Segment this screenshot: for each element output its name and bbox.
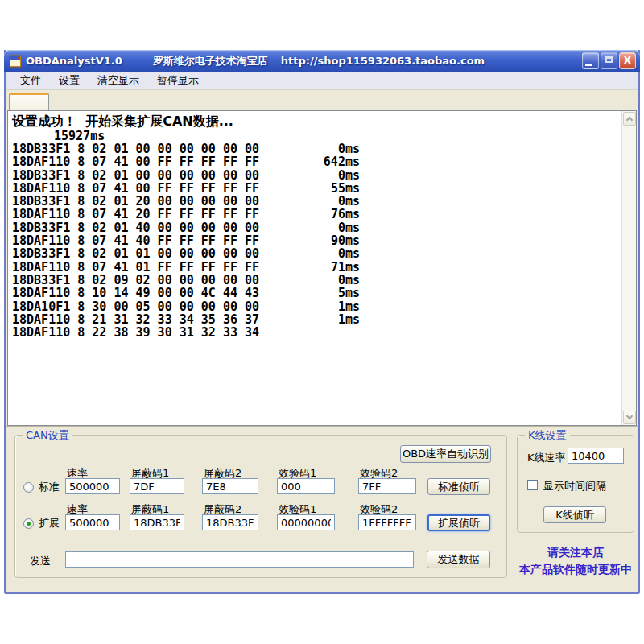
standard-rate-input[interactable] — [65, 478, 120, 494]
log-frame-row: 18DB33F1 8 02 01 40 00 00 00 00 000ms — [12, 221, 360, 234]
standard-radio-label[interactable]: 标准 — [39, 480, 60, 494]
kline-listen-button[interactable]: K线侦听 — [543, 506, 606, 523]
standard-radio[interactable]: 标准 — [23, 480, 60, 494]
close-icon: X — [624, 55, 631, 66]
extended-listen-button[interactable]: 扩展侦听 — [427, 514, 490, 531]
frame-data: 18DA10F1 8 30 00 05 00 00 00 00 00 — [12, 300, 259, 313]
maximize-icon — [605, 56, 613, 63]
log-scrollbar[interactable] — [621, 111, 636, 425]
menu-item-pause-display[interactable]: 暂停显示 — [148, 72, 208, 89]
log-content: 设置成功！ 开始采集扩展CAN数据... 15927ms 18DB33F1 8 … — [8, 111, 636, 339]
extended-mask1-input[interactable] — [130, 514, 184, 530]
log-status-line: 设置成功！ 开始采集扩展CAN数据... — [12, 114, 634, 130]
kline-settings-group: K线设置 K线速率 显示时间间隔 K线侦听 — [517, 435, 634, 533]
chevron-up-icon — [626, 117, 633, 123]
app-name: OBDAnalystV1.0 — [26, 55, 122, 67]
kline-rate-input[interactable] — [568, 448, 624, 464]
frame-time: 71ms — [331, 261, 360, 274]
radio-selected-icon[interactable] — [23, 518, 34, 529]
log-frame-row: 18DAF110 8 07 41 40 FF FF FF FF FF90ms — [12, 234, 360, 247]
send-data-button[interactable]: 发送数据 — [427, 551, 490, 568]
log-frame-row: 18DA10F1 8 30 00 05 00 00 00 00 001ms — [12, 300, 360, 313]
frame-time: 76ms — [331, 208, 360, 221]
extended-rate-input[interactable] — [65, 514, 120, 530]
log-display-area[interactable]: 设置成功！ 开始采集扩展CAN数据... 15927ms 18DB33F1 8 … — [7, 110, 637, 426]
frame-data: 18DB33F1 8 02 01 00 00 00 00 00 00 — [12, 169, 259, 182]
frame-time: 0ms — [338, 221, 360, 234]
kline-rate-label: K线速率 — [527, 451, 566, 465]
frame-data: 18DAF110 8 07 41 20 FF FF FF FF FF — [12, 208, 259, 221]
standard-check1-input[interactable] — [277, 478, 335, 494]
standard-mask1-input[interactable] — [130, 478, 184, 494]
frame-time: 90ms — [331, 234, 360, 247]
obd-rate-autodetect-button[interactable]: OBD速率自动识别 — [400, 445, 491, 463]
frame-time: 5ms — [338, 287, 360, 299]
log-frame-row: 18DAF110 8 07 41 00 FF FF FF FF FF55ms — [12, 182, 360, 195]
frame-data: 18DB33F1 8 02 01 20 00 00 00 00 00 — [12, 195, 259, 208]
frame-time: 55ms — [331, 182, 360, 195]
send-data-input[interactable] — [65, 551, 414, 568]
chevron-down-icon — [626, 413, 633, 419]
log-frame-row: 18DAF110 8 07 41 20 FF FF FF FF FF76ms — [12, 208, 360, 221]
app-window: OBDAnalystV1.0 罗斯维尔电子技术淘宝店 http://shop11… — [4, 50, 640, 594]
frame-data: 18DAF110 8 22 38 39 30 31 32 33 34 — [12, 326, 259, 339]
menu-item-settings[interactable]: 设置 — [50, 72, 89, 89]
close-button[interactable]: X — [619, 52, 636, 69]
frame-data: 18DB33F1 8 02 01 01 00 00 00 00 00 — [12, 247, 259, 260]
footer-note-2: 本产品软件随时更新中 — [514, 563, 638, 577]
standard-check2-input[interactable] — [358, 478, 416, 494]
menu-item-file[interactable]: 文件 — [11, 72, 50, 89]
show-interval-checkbox[interactable] — [527, 480, 538, 490]
window-title: OBDAnalystV1.0 罗斯维尔电子技术淘宝店 http://shop11… — [26, 54, 582, 68]
send-label: 发送 — [30, 554, 51, 568]
frame-data: 18DAF110 8 21 31 32 33 34 35 36 37 — [12, 313, 259, 326]
extended-mask2-input[interactable] — [202, 514, 258, 530]
extended-check1-input[interactable] — [277, 514, 335, 530]
menu-item-clear-display[interactable]: 清空显示 — [89, 72, 148, 89]
can-settings-group: CAN设置 OBD速率自动识别 速率 屏蔽码1 屏蔽码2 效验码1 效验码2 标… — [14, 435, 507, 578]
menu-bar: 文件 设置 清空显示 暂停显示 — [6, 72, 638, 90]
tab-strip — [6, 90, 638, 110]
extended-radio-label[interactable]: 扩展 — [39, 516, 60, 530]
frame-data: 18DAF110 8 07 41 00 FF FF FF FF FF — [12, 182, 259, 195]
frame-time: 1ms — [338, 300, 360, 313]
scrollbar-up-arrow[interactable] — [623, 112, 636, 126]
log-timestamp-line: 15927ms — [12, 130, 634, 142]
tab-log[interactable] — [9, 93, 49, 110]
maximize-button[interactable] — [601, 52, 617, 69]
extended-radio[interactable]: 扩展 — [23, 516, 60, 530]
frame-time: 0ms — [338, 195, 360, 208]
can-group-title: CAN设置 — [23, 428, 72, 443]
standard-listen-button[interactable]: 标准侦听 — [427, 478, 490, 495]
frame-data: 18DB33F1 8 02 01 40 00 00 00 00 00 — [12, 221, 259, 234]
footer-note-1: 请关注本店 — [514, 546, 638, 560]
show-interval-label[interactable]: 显示时间间隔 — [543, 479, 606, 493]
frame-time: 0ms — [338, 274, 360, 287]
frame-time: 642ms — [324, 155, 360, 168]
log-frame-row: 18DAF110 8 21 31 32 33 34 35 36 371ms — [12, 313, 360, 326]
frame-time: 0ms — [338, 247, 360, 260]
frame-data: 18DAF110 8 07 41 01 FF FF FF FF FF — [12, 261, 259, 274]
shop-url: http://shop115932063.taobao.com — [281, 55, 485, 67]
frame-data: 18DAF110 8 10 14 49 00 00 4C 44 43 — [12, 287, 259, 299]
frame-time: 0ms — [338, 169, 360, 182]
standard-mask2-input[interactable] — [202, 478, 258, 494]
log-frame-row: 18DB33F1 8 02 09 02 00 00 00 00 000ms — [12, 274, 360, 287]
extended-check2-input[interactable] — [358, 514, 416, 530]
frame-time: 1ms — [338, 313, 360, 326]
log-frame-row: 18DAF110 8 07 41 01 FF FF FF FF FF71ms — [12, 261, 360, 274]
log-frame-row: 18DAF110 8 22 38 39 30 31 32 33 34 — [12, 326, 360, 339]
log-frame-row: 18DAF110 8 07 41 00 FF FF FF FF FF642ms — [12, 155, 360, 168]
frame-data: 18DAF110 8 07 41 40 FF FF FF FF FF — [12, 234, 259, 247]
minimize-button[interactable] — [582, 52, 599, 69]
scrollbar-down-arrow[interactable] — [623, 411, 636, 424]
frame-data: 18DB33F1 8 02 09 02 00 00 00 00 00 — [12, 274, 259, 287]
radio-icon[interactable] — [23, 482, 34, 493]
title-bar[interactable]: OBDAnalystV1.0 罗斯维尔电子技术淘宝店 http://shop11… — [4, 50, 640, 72]
kline-group-title: K线设置 — [525, 428, 570, 443]
shop-name: 罗斯维尔电子技术淘宝店 — [153, 54, 268, 68]
settings-panel: CAN设置 OBD速率自动识别 速率 屏蔽码1 屏蔽码2 效验码1 效验码2 标… — [6, 426, 638, 592]
log-frame-row: 18DB33F1 8 02 01 01 00 00 00 00 000ms — [12, 247, 360, 260]
frame-time: 0ms — [338, 142, 360, 155]
window-controls: X — [582, 52, 636, 69]
